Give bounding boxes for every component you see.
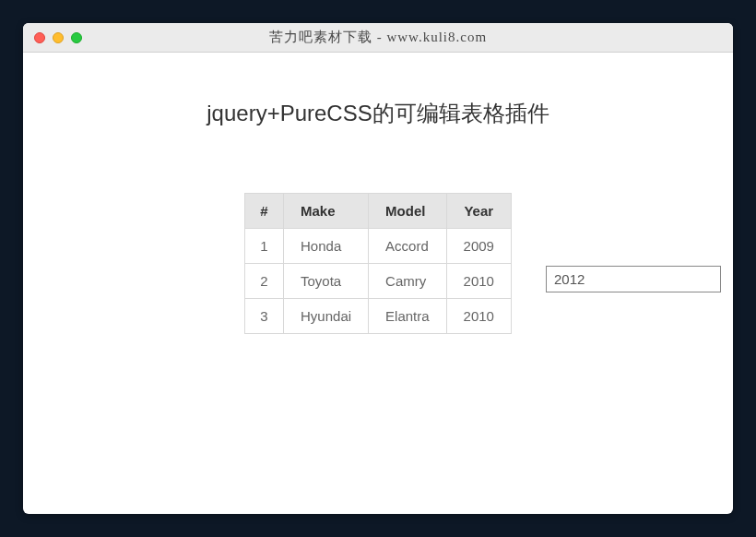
cell-model[interactable]: Accord (369, 229, 447, 264)
col-header-model: Model (369, 194, 447, 229)
col-header-num: # (245, 194, 284, 229)
close-icon[interactable] (34, 32, 45, 43)
cell-make[interactable]: Hyundai (284, 299, 369, 334)
col-header-year: Year (446, 194, 511, 229)
editable-table: # Make Model Year 1 Honda Accord 2009 2 (244, 193, 512, 334)
table-row: 3 Hyundai Elantra 2010 (245, 299, 512, 334)
cell-edit-input[interactable] (546, 266, 721, 292)
cell-year[interactable]: 2010 (446, 299, 511, 334)
content-area: jquery+PureCSS的可编辑表格插件 # Make Model Year… (23, 53, 733, 365)
col-header-make: Make (284, 194, 369, 229)
window-titlebar: 苦力吧素材下载 - www.kuli8.com (23, 23, 733, 53)
cell-num[interactable]: 1 (245, 229, 284, 264)
window-controls (34, 32, 82, 43)
table-row: 1 Honda Accord 2009 (245, 229, 512, 264)
table-row: 2 Toyota Camry 2010 (245, 264, 512, 299)
cell-model[interactable]: Camry (369, 264, 447, 299)
window-title: 苦力吧素材下载 - www.kuli8.com (34, 29, 722, 46)
cell-num[interactable]: 2 (245, 264, 284, 299)
cell-model[interactable]: Elantra (369, 299, 447, 334)
minimize-icon[interactable] (53, 32, 64, 43)
cell-num[interactable]: 3 (245, 299, 284, 334)
table-header-row: # Make Model Year (245, 194, 512, 229)
table-container: # Make Model Year 1 Honda Accord 2009 2 (244, 193, 512, 334)
cell-make[interactable]: Toyota (284, 264, 369, 299)
cell-year[interactable]: 2010 (446, 264, 511, 299)
browser-window: 苦力吧素材下载 - www.kuli8.com jquery+PureCSS的可… (23, 23, 733, 514)
page-title: jquery+PureCSS的可编辑表格插件 (51, 99, 705, 128)
cell-make[interactable]: Honda (284, 229, 369, 264)
maximize-icon[interactable] (71, 32, 82, 43)
cell-year[interactable]: 2009 (446, 229, 511, 264)
